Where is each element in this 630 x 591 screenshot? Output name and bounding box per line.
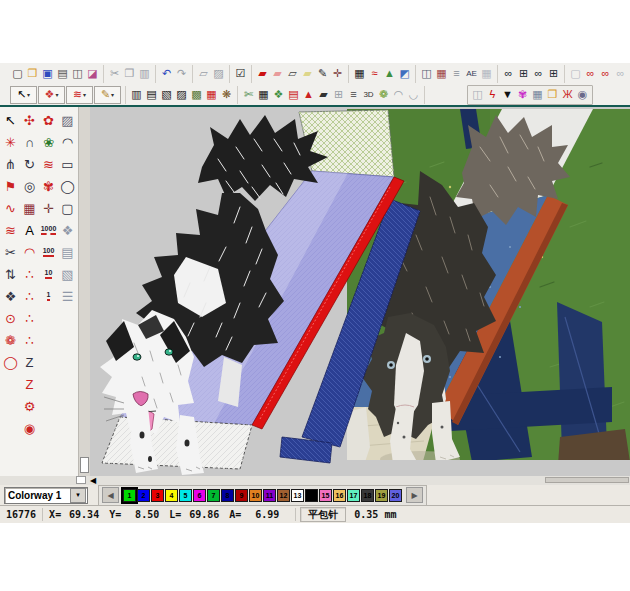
pair-icon[interactable]: ∞ bbox=[531, 66, 546, 82]
palette-chip-1[interactable]: 1 bbox=[123, 489, 136, 502]
fancy-fill-icon[interactable]: ▦ bbox=[204, 87, 219, 103]
frame-icon[interactable]: ▢ bbox=[568, 66, 583, 82]
lines-icon[interactable]: ≡ bbox=[449, 66, 464, 82]
ring-tool[interactable]: ◯ bbox=[1, 351, 20, 373]
mirror-red-icon[interactable]: ∞ bbox=[583, 66, 598, 82]
trim-icon[interactable]: ✄ bbox=[241, 87, 256, 103]
block-icon[interactable]: ⊞ bbox=[331, 87, 346, 103]
monogram-flower-tool[interactable]: ✿ bbox=[39, 109, 58, 131]
stitch-mode-icon[interactable]: ≋▾ bbox=[66, 86, 93, 104]
print-preview-icon[interactable]: ◫ bbox=[70, 66, 85, 82]
mono-icon[interactable]: ▰ bbox=[316, 87, 331, 103]
density-preset-100[interactable]: 100 bbox=[39, 241, 58, 263]
mirror-off-icon[interactable]: ∞ bbox=[613, 66, 628, 82]
scroll-left-arrow-icon[interactable]: ◀ bbox=[90, 476, 96, 485]
fur-stitch-tool[interactable]: ≋ bbox=[1, 219, 20, 241]
palette-chip-4[interactable]: 4 bbox=[165, 489, 178, 502]
hand-adjust-icon[interactable]: ❖ bbox=[271, 87, 286, 103]
pen-mode-icon[interactable]: ✎▾ bbox=[94, 86, 121, 104]
palette-chip-7[interactable]: 7 bbox=[207, 489, 220, 502]
motif-stitch-tool[interactable]: ✾ bbox=[39, 175, 58, 197]
palette-chip-15[interactable]: 15 bbox=[319, 489, 332, 502]
sidebar-scrollbar[interactable] bbox=[78, 107, 90, 476]
scissors-tool[interactable]: ✂ bbox=[1, 241, 20, 263]
arch-tool[interactable]: ∩ bbox=[20, 131, 39, 153]
copy-icon[interactable]: ❐ bbox=[122, 66, 137, 82]
horizontal-scrollbar[interactable]: ◀ bbox=[0, 476, 630, 485]
eye-tool[interactable]: ⊙ bbox=[1, 307, 20, 329]
undo-icon[interactable]: ↶ bbox=[159, 66, 174, 82]
scroll-thumb[interactable] bbox=[545, 477, 629, 483]
palette-chip-20[interactable]: 20 bbox=[389, 489, 402, 502]
design-canvas[interactable] bbox=[90, 107, 630, 476]
grid-icon[interactable]: ▦ bbox=[352, 66, 367, 82]
link-objects-icon[interactable]: ∞ bbox=[501, 66, 516, 82]
lettering-tool[interactable]: A bbox=[20, 219, 39, 241]
preview-pane-icon[interactable]: ◫ bbox=[470, 87, 485, 103]
color-grid-icon[interactable]: ▦ bbox=[434, 66, 449, 82]
rectangle-tool[interactable]: ▢ bbox=[58, 197, 77, 219]
design-grid-icon[interactable]: ▦ bbox=[530, 87, 545, 103]
polygon-select-icon[interactable]: ▱ bbox=[196, 66, 211, 82]
palette-chip-12[interactable]: 12 bbox=[277, 489, 290, 502]
flag-tool[interactable]: ⚑ bbox=[1, 175, 20, 197]
filter-icon[interactable]: ▼ bbox=[500, 87, 515, 103]
palette-chip-3[interactable]: 3 bbox=[151, 489, 164, 502]
open-design-icon[interactable]: ❐ bbox=[545, 87, 560, 103]
satin-column-tool[interactable]: ∿ bbox=[1, 197, 20, 219]
colorway-dropdown-arrow-icon[interactable]: ▾ bbox=[70, 488, 86, 503]
new-design-icon[interactable]: ▢ bbox=[10, 66, 25, 82]
disabled-grid-icon[interactable]: ▦ bbox=[479, 66, 494, 82]
sidebar-scroll-thumb[interactable] bbox=[80, 457, 89, 473]
pen-icon[interactable]: ✎ bbox=[315, 66, 330, 82]
palette-chip-16[interactable]: 16 bbox=[333, 489, 346, 502]
transform-tool[interactable]: ⇅ bbox=[1, 263, 20, 285]
layers-icon[interactable]: ≡ bbox=[346, 87, 361, 103]
insert-image-icon[interactable]: ◪ bbox=[85, 66, 100, 82]
branch-tool[interactable]: ⋔ bbox=[1, 153, 20, 175]
curve-tool[interactable]: ◠ bbox=[58, 131, 77, 153]
flower-fill-icon[interactable]: ❁ bbox=[376, 87, 391, 103]
arc-up-icon[interactable]: ◠ bbox=[391, 87, 406, 103]
cut-icon[interactable]: ✂ bbox=[107, 66, 122, 82]
rotate-tool[interactable]: ↻ bbox=[20, 153, 39, 175]
zigzag-stitch-tool[interactable]: ≋ bbox=[39, 153, 58, 175]
stitch-player-icon[interactable]: ϟ bbox=[485, 87, 500, 103]
palette-chip-5[interactable]: 5 bbox=[179, 489, 192, 502]
gear-tool[interactable]: ⚙ bbox=[20, 395, 39, 417]
node-edit-mode-icon[interactable]: ❖▾ bbox=[38, 86, 65, 104]
palette-chip-10[interactable]: 10 bbox=[249, 489, 262, 502]
mirror-red2-icon[interactable]: ∞ bbox=[598, 66, 613, 82]
palette-chip-17[interactable]: 17 bbox=[347, 489, 360, 502]
tatami-stitch-icon[interactable]: ▤ bbox=[144, 87, 159, 103]
contour-stitch-icon[interactable]: ▨ bbox=[174, 87, 189, 103]
motif-fill-icon[interactable]: ▧ bbox=[159, 87, 174, 103]
grid88-icon[interactable]: ⊞ bbox=[546, 66, 561, 82]
print-icon[interactable]: ▤ bbox=[55, 66, 70, 82]
leaf-stitch-tool[interactable]: ❀ bbox=[39, 131, 58, 153]
arc-down-icon[interactable]: ◡ bbox=[406, 87, 421, 103]
open-folder-icon[interactable]: ❐ bbox=[25, 66, 40, 82]
bridge-tool[interactable]: ◠ bbox=[20, 241, 39, 263]
picture-icon[interactable]: ◫ bbox=[419, 66, 434, 82]
red-fill-icon[interactable]: ▤ bbox=[286, 87, 301, 103]
palette-chip-14[interactable]: 14 bbox=[305, 489, 318, 502]
hatch-tool[interactable]: ▨ bbox=[58, 109, 77, 131]
bead-run-tool-3[interactable]: ∴ bbox=[20, 307, 39, 329]
bead-run-tool-2[interactable]: ∴ bbox=[20, 285, 39, 307]
paste-icon[interactable]: ▥ bbox=[137, 66, 152, 82]
palette-chip-18[interactable]: 18 bbox=[361, 489, 374, 502]
palette-chip-8[interactable]: 8 bbox=[221, 489, 234, 502]
reshape-window-tool[interactable]: ▭ bbox=[58, 153, 77, 175]
applique-icon[interactable]: ▰ bbox=[300, 66, 315, 82]
design-check-icon[interactable]: ☑ bbox=[233, 66, 248, 82]
column-tool[interactable]: ▤ bbox=[58, 241, 77, 263]
needle-icon[interactable]: ✛ bbox=[330, 66, 345, 82]
palette-next-button[interactable]: ▶ bbox=[406, 487, 423, 503]
mask-tool[interactable]: ▧ bbox=[58, 263, 77, 285]
palette-chip-11[interactable]: 11 bbox=[263, 489, 276, 502]
density-icon[interactable]: ▦ bbox=[256, 87, 271, 103]
star-stitch-tool[interactable]: ✳ bbox=[1, 131, 20, 153]
scenery-icon[interactable]: ▲ bbox=[382, 66, 397, 82]
save-icon[interactable]: ▣ bbox=[40, 66, 55, 82]
